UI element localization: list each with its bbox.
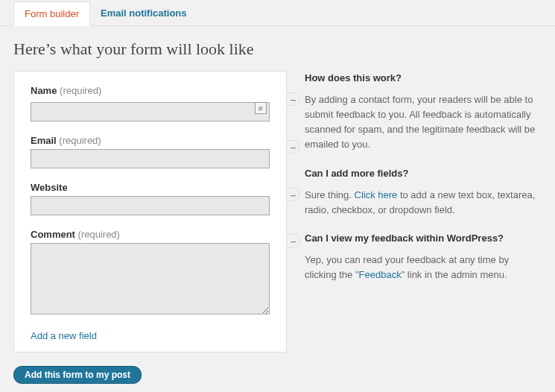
field-email-required: (required): [59, 135, 101, 146]
help-heading-how: How does this work?: [305, 72, 542, 83]
page-title: Here’s what your form will look like: [13, 39, 542, 59]
help-heading-feedback: Can I view my feedback within WordPress?: [305, 233, 542, 244]
comment-textarea[interactable]: [31, 243, 270, 314]
field-comment[interactable]: Comment (required): [31, 229, 270, 317]
add-new-field-link[interactable]: Add a new field: [31, 330, 97, 341]
help-text-how: By adding a contact form, your readers w…: [305, 92, 542, 153]
drag-handle[interactable]: –: [287, 234, 300, 247]
drag-handle[interactable]: –: [287, 140, 300, 154]
help-text-feedback: Yep, you can read your feedback at any t…: [305, 253, 542, 282]
drag-handle[interactable]: –: [287, 92, 300, 106]
field-name-required: (required): [60, 85, 101, 96]
tabs-bar: Form builder Email notifications: [0, 0, 555, 26]
field-comment-label: Comment: [31, 229, 75, 240]
feedback-link[interactable]: Feedback: [359, 269, 402, 280]
tab-email-notifications[interactable]: Email notifications: [90, 1, 197, 25]
field-name-label: Name: [31, 85, 57, 96]
help-text-more: Sure thing. Click here to add a new text…: [305, 188, 542, 218]
help-sidebar: How does this work? By adding a contact …: [305, 71, 542, 297]
drag-handle[interactable]: –: [287, 188, 300, 201]
click-here-link[interactable]: Click here: [355, 189, 398, 200]
field-website[interactable]: Website: [31, 182, 270, 215]
help-heading-more: Can I add more fields?: [305, 168, 542, 179]
field-comment-required: (required): [78, 229, 120, 240]
add-form-button[interactable]: Add this form to my post: [13, 366, 142, 384]
tab-form-builder[interactable]: Form builder: [13, 1, 90, 26]
form-preview-card: – – – – Name (required) ≡ Email (require…: [13, 71, 287, 353]
field-email-label: Email: [31, 135, 57, 146]
contact-icon: ≡: [255, 102, 267, 114]
field-email[interactable]: Email (required): [31, 135, 270, 168]
name-input[interactable]: [31, 102, 270, 121]
email-input[interactable]: [31, 149, 270, 168]
field-name[interactable]: Name (required) ≡: [31, 85, 270, 121]
field-website-label: Website: [31, 182, 68, 193]
website-input[interactable]: [31, 196, 270, 215]
